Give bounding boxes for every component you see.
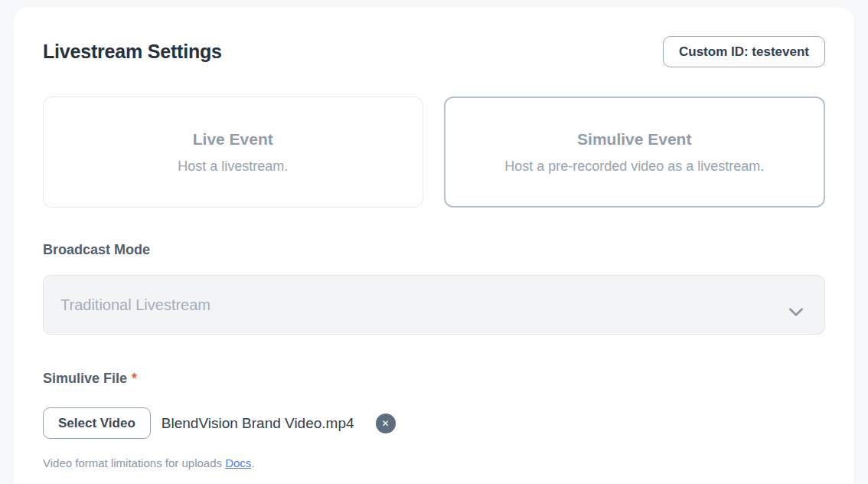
custom-id-button[interactable]: Custom ID: testevent xyxy=(663,36,825,67)
broadcast-mode-select[interactable]: Traditional Livestream xyxy=(43,275,825,335)
upload-format-note: Video format limitations for uploads Doc… xyxy=(43,456,825,469)
simulive-file-label-row: Simulive File * xyxy=(43,371,825,387)
page-title: Livestream Settings xyxy=(43,41,222,63)
simulive-file-label: Simulive File xyxy=(43,371,127,387)
note-text: Video format limitations for uploads xyxy=(43,456,225,469)
chevron-down-icon xyxy=(786,302,806,322)
note-suffix: . xyxy=(251,456,254,469)
docs-link[interactable]: Docs xyxy=(225,456,251,469)
required-marker: * xyxy=(132,371,137,387)
panel-header: Livestream Settings Custom ID: testevent xyxy=(43,8,825,67)
live-event-card[interactable]: Live Event Host a livestream. xyxy=(43,96,423,208)
broadcast-mode-value: Traditional Livestream xyxy=(60,296,210,314)
select-video-button[interactable]: Select Video xyxy=(43,407,151,439)
selected-file-name: BlendVision Brand Video.mp4 xyxy=(162,415,354,432)
simulive-event-title: Simulive Event xyxy=(577,130,691,149)
live-event-title: Live Event xyxy=(193,130,273,149)
live-event-description: Host a livestream. xyxy=(178,159,288,175)
remove-file-icon[interactable]: ✕ xyxy=(376,414,396,433)
simulive-file-row: Select Video BlendVision Brand Video.mp4… xyxy=(43,407,825,439)
simulive-event-description: Host a pre-recorded video as a livestrea… xyxy=(504,159,764,175)
event-type-selector: Live Event Host a livestream. Simulive E… xyxy=(43,96,825,208)
broadcast-mode-label: Broadcast Mode xyxy=(43,242,825,258)
simulive-event-card[interactable]: Simulive Event Host a pre-recorded video… xyxy=(444,96,826,208)
livestream-settings-panel: Livestream Settings Custom ID: testevent… xyxy=(14,8,854,484)
